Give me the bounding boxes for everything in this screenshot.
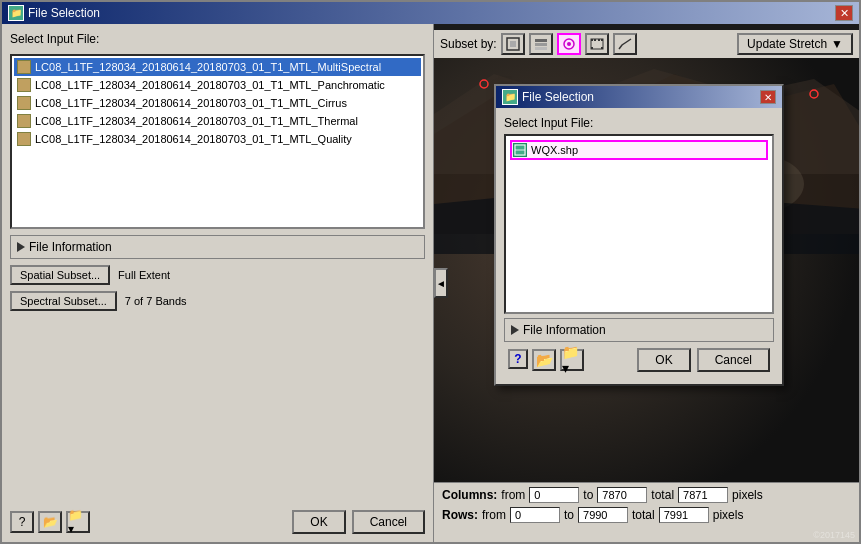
inner-titlebar: 📁 File Selection ✕ (496, 86, 782, 108)
ok-button[interactable]: OK (292, 510, 345, 534)
inner-collapse-triangle-icon (511, 325, 519, 335)
right-panel: Subset by: Update Str (434, 24, 859, 542)
svg-rect-12 (591, 47, 593, 49)
inner-file-list[interactable]: WQX.shp (504, 134, 774, 314)
file-item[interactable]: LC08_L1TF_128034_20180614_20180703_01_T1… (14, 130, 421, 148)
update-stretch-container: Update Stretch ▼ (737, 33, 853, 55)
spatial-subset-value: Full Extent (118, 269, 170, 281)
window-icon: 📁 (8, 5, 24, 21)
inner-window-icon: 📁 (502, 89, 518, 105)
inner-ok-button[interactable]: OK (637, 348, 690, 372)
inner-bottom-bar: ? 📂 📁▾ OK Cancel (504, 342, 774, 376)
subset-roi-icon[interactable] (557, 33, 581, 55)
file-icon (17, 78, 31, 92)
cancel-button[interactable]: Cancel (352, 510, 425, 534)
rows-total-label: total (632, 508, 655, 522)
svg-rect-1 (510, 41, 516, 47)
columns-to-label: to (583, 488, 593, 502)
folder-open-icon[interactable]: 📂 (38, 511, 62, 533)
select-input-label: Select Input File: (10, 32, 425, 46)
file-name: LC08_L1TF_128034_20180614_20180703_01_T1… (35, 133, 352, 145)
folder-new-icon[interactable]: 📁▾ (66, 511, 90, 533)
rows-to-input[interactable]: 7990 (578, 507, 628, 523)
columns-total-label: total (651, 488, 674, 502)
inner-ok-cancel-group: OK Cancel (637, 348, 770, 372)
svg-rect-8 (591, 39, 593, 41)
inner-folder-new-icon[interactable]: 📁▾ (560, 349, 584, 371)
spectral-subset-row: Spectral Subset... 7 of 7 Bands (10, 291, 425, 311)
columns-total-input: 7871 (678, 487, 728, 503)
inner-titlebar-left: 📁 File Selection (502, 89, 594, 105)
file-item[interactable]: LC08_L1TF_128034_20180614_20180703_01_T1… (14, 58, 421, 76)
inner-dialog: 📁 File Selection ✕ Select Input File: WQ… (494, 84, 784, 386)
outer-content: Select Input File: LC08_L1TF_128034_2018… (2, 24, 859, 542)
inner-content: Select Input File: WQX.shp File Informat… (496, 108, 782, 384)
file-icon (17, 96, 31, 110)
inner-file-name: WQX.shp (531, 144, 578, 156)
inner-file-info-section[interactable]: File Information (504, 318, 774, 342)
inner-file-icon (513, 143, 527, 157)
subset-film-icon[interactable] (585, 33, 609, 55)
svg-rect-10 (598, 39, 600, 41)
inner-select-label: Select Input File: (504, 116, 774, 130)
spatial-subset-row: Spatial Subset... Full Extent (10, 265, 425, 285)
svg-rect-11 (601, 39, 603, 41)
dropdown-arrow-icon: ▼ (831, 37, 843, 51)
columns-label: Columns: (442, 488, 497, 502)
outer-window-title: File Selection (28, 6, 100, 20)
left-bottom-bar: ? 📂 📁▾ OK Cancel (10, 506, 425, 534)
svg-rect-4 (535, 47, 547, 50)
bottom-icons: ? 📂 📁▾ (10, 511, 90, 533)
titlebar-left: 📁 File Selection (8, 5, 100, 21)
file-info-section[interactable]: File Information (10, 235, 425, 259)
file-list[interactable]: LC08_L1TF_128034_20180614_20180703_01_T1… (10, 54, 425, 229)
subset-layer-icon[interactable] (529, 33, 553, 55)
columns-from-input[interactable]: 0 (529, 487, 579, 503)
rows-from-label: from (482, 508, 506, 522)
outer-window: 📁 File Selection ✕ Select Input File: LC… (0, 0, 861, 544)
file-icon (17, 132, 31, 146)
columns-row: Columns: from 0 to 7870 total 7871 pixel… (442, 487, 851, 503)
update-stretch-button[interactable]: Update Stretch ▼ (737, 33, 853, 55)
help-icon[interactable]: ? (10, 511, 34, 533)
outer-titlebar: 📁 File Selection ✕ (2, 2, 859, 24)
rows-pixels-label: pixels (713, 508, 744, 522)
left-panel: Select Input File: LC08_L1TF_128034_2018… (2, 24, 434, 542)
file-icon (17, 60, 31, 74)
svg-rect-13 (601, 47, 603, 49)
inner-icons: ? 📂 📁▾ (508, 349, 584, 371)
subset-toolbar: Subset by: Update Str (434, 30, 859, 58)
svg-rect-9 (594, 39, 596, 41)
collapse-arrow-button[interactable]: ◄ (434, 268, 448, 298)
inner-help-icon[interactable]: ? (508, 349, 528, 369)
spectral-subset-button[interactable]: Spectral Subset... (10, 291, 117, 311)
file-item[interactable]: LC08_L1TF_128034_20180614_20180703_01_T1… (14, 112, 421, 130)
subset-spatial-icon[interactable] (501, 33, 525, 55)
svg-rect-3 (535, 43, 547, 46)
rows-total-input: 7991 (659, 507, 709, 523)
columns-pixels-label: pixels (732, 488, 763, 502)
inner-cancel-button[interactable]: Cancel (697, 348, 770, 372)
outer-close-button[interactable]: ✕ (835, 5, 853, 21)
svg-point-6 (567, 42, 571, 46)
inner-window-title: File Selection (522, 90, 594, 104)
watermark: ©2017145 (813, 530, 855, 540)
file-item[interactable]: LC08_L1TF_128034_20180614_20180703_01_T1… (14, 94, 421, 112)
file-name: LC08_L1TF_128034_20180614_20180703_01_T1… (35, 115, 358, 127)
inner-close-button[interactable]: ✕ (760, 90, 776, 104)
spatial-subset-button[interactable]: Spatial Subset... (10, 265, 110, 285)
columns-from-label: from (501, 488, 525, 502)
columns-to-input[interactable]: 7870 (597, 487, 647, 503)
rows-label: Rows: (442, 508, 478, 522)
file-name: LC08_L1TF_128034_20180614_20180703_01_T1… (35, 79, 385, 91)
file-item[interactable]: LC08_L1TF_128034_20180614_20180703_01_T1… (14, 76, 421, 94)
info-bar: Columns: from 0 to 7870 total 7871 pixel… (434, 482, 859, 542)
file-name: LC08_L1TF_128034_20180614_20180703_01_T1… (35, 97, 347, 109)
subset-by-label: Subset by: (440, 37, 497, 51)
rows-row: Rows: from 0 to 7990 total 7991 pixels (442, 507, 851, 523)
inner-folder-icon[interactable]: 📂 (532, 349, 556, 371)
rows-from-input[interactable]: 0 (510, 507, 560, 523)
inner-file-item[interactable]: WQX.shp (510, 140, 768, 160)
ok-cancel-group: OK Cancel (292, 510, 425, 534)
subset-spectra-icon[interactable] (613, 33, 637, 55)
